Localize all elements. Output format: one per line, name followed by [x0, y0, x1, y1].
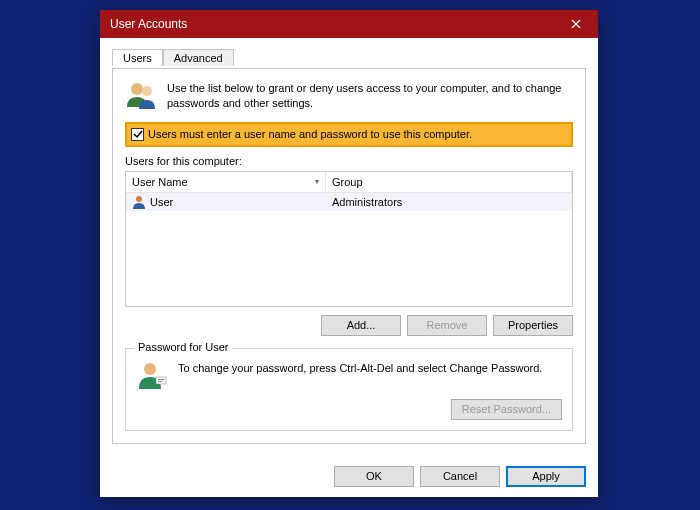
- require-login-checkbox[interactable]: [131, 128, 144, 141]
- users-heading: Users for this computer:: [125, 155, 573, 167]
- require-login-label: Users must enter a user name and passwor…: [148, 128, 472, 140]
- users-icon: [125, 79, 157, 111]
- tab-users[interactable]: Users: [112, 49, 163, 66]
- svg-rect-6: [158, 381, 162, 382]
- apply-button[interactable]: Apply: [506, 466, 586, 487]
- svg-point-1: [142, 86, 152, 96]
- cancel-button[interactable]: Cancel: [420, 466, 500, 487]
- ok-button[interactable]: OK: [334, 466, 414, 487]
- column-username[interactable]: User Name ▾: [126, 172, 326, 192]
- password-user-icon: [136, 359, 168, 391]
- svg-rect-5: [158, 379, 164, 380]
- svg-rect-4: [156, 377, 166, 384]
- svg-point-3: [144, 363, 156, 375]
- intro-row: Use the list below to grant or deny user…: [125, 79, 573, 112]
- column-group-label: Group: [332, 176, 363, 188]
- sort-indicator-icon: ▾: [315, 177, 319, 186]
- tab-advanced[interactable]: Advanced: [163, 49, 234, 66]
- cell-group: Administrators: [326, 193, 572, 211]
- dialog-footer: OK Cancel Apply: [100, 456, 598, 497]
- cell-username: User: [126, 193, 326, 211]
- svg-point-0: [131, 83, 143, 95]
- properties-button[interactable]: Properties: [493, 315, 573, 336]
- column-group[interactable]: Group: [326, 172, 572, 192]
- column-username-label: User Name: [132, 176, 188, 188]
- password-text: To change your password, press Ctrl-Alt-…: [178, 359, 542, 376]
- cell-username-text: User: [150, 196, 173, 208]
- users-listview[interactable]: User Name ▾ Group User Administrators: [125, 171, 573, 307]
- require-login-row: Users must enter a user name and passwor…: [125, 122, 573, 147]
- reset-password-button: Reset Password...: [451, 399, 562, 420]
- dialog-body: UsersAdvanced Use the list below to gran…: [100, 38, 598, 456]
- user-accounts-window: User Accounts UsersAdvanced Use the list…: [100, 10, 598, 497]
- titlebar[interactable]: User Accounts: [100, 10, 598, 38]
- password-fieldset: Password for User To change your passwor…: [125, 348, 573, 431]
- close-button[interactable]: [553, 10, 598, 38]
- tab-row: UsersAdvanced: [112, 48, 586, 68]
- close-icon: [571, 19, 581, 29]
- remove-button: Remove: [407, 315, 487, 336]
- intro-text: Use the list below to grant or deny user…: [167, 79, 573, 112]
- window-title: User Accounts: [110, 17, 187, 31]
- check-icon: [133, 129, 143, 139]
- user-buttons-row: Add... Remove Properties: [125, 315, 573, 336]
- password-legend: Password for User: [134, 341, 232, 353]
- tab-panel-users: Use the list below to grant or deny user…: [112, 68, 586, 444]
- user-icon: [132, 195, 146, 209]
- table-row[interactable]: User Administrators: [126, 193, 572, 211]
- list-header: User Name ▾ Group: [126, 172, 572, 193]
- add-button[interactable]: Add...: [321, 315, 401, 336]
- svg-point-2: [136, 196, 142, 202]
